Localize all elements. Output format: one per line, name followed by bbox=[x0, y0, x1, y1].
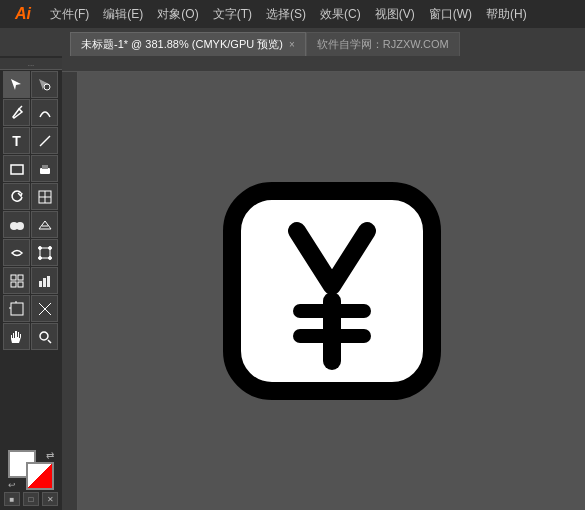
tab-inactive-label: 软件自学网：RJZXW.COM bbox=[317, 37, 449, 52]
tool-graph[interactable] bbox=[31, 267, 58, 294]
tab-active-label: 未标题-1* @ 381.88% (CMYK/GPU 预览) bbox=[81, 37, 283, 52]
menu-object[interactable]: 对象(O) bbox=[151, 2, 204, 26]
none-mode-button[interactable]: ✕ bbox=[42, 492, 58, 506]
menu-view[interactable]: 视图(V) bbox=[369, 2, 421, 26]
svg-rect-18 bbox=[11, 282, 16, 287]
svg-rect-4 bbox=[42, 165, 48, 169]
tool-free-transform[interactable] bbox=[31, 239, 58, 266]
tool-pen[interactable] bbox=[3, 99, 30, 126]
tool-row-3: T bbox=[3, 127, 59, 154]
color-section: ⇄ ↩ ■ □ ✕ bbox=[2, 446, 60, 508]
tab-close-button[interactable]: × bbox=[289, 39, 295, 50]
svg-point-13 bbox=[48, 246, 51, 249]
logo-text: Ai bbox=[15, 5, 31, 23]
tool-row-9 bbox=[3, 295, 59, 322]
tool-artboard[interactable] bbox=[3, 295, 30, 322]
menu-edit[interactable]: 编辑(E) bbox=[97, 2, 149, 26]
svg-line-1 bbox=[40, 136, 50, 146]
tool-type[interactable]: T bbox=[3, 127, 30, 154]
svg-point-28 bbox=[40, 332, 48, 340]
tool-row-10 bbox=[3, 323, 59, 350]
svg-point-9 bbox=[16, 222, 24, 230]
tool-warp[interactable] bbox=[3, 239, 30, 266]
svg-rect-16 bbox=[11, 275, 16, 280]
menu-select[interactable]: 选择(S) bbox=[260, 2, 312, 26]
svg-rect-20 bbox=[39, 281, 42, 287]
color-swatches[interactable]: ⇄ ↩ bbox=[8, 450, 54, 490]
tool-row-7 bbox=[3, 239, 59, 266]
svg-rect-11 bbox=[40, 248, 50, 258]
reset-colors-icon[interactable]: ↩ bbox=[8, 480, 16, 490]
menu-bar: Ai 文件(F) 编辑(E) 对象(O) 文字(T) 选择(S) 效果(C) 视… bbox=[0, 0, 585, 28]
svg-line-29 bbox=[48, 340, 51, 343]
canvas-artwork bbox=[222, 181, 442, 401]
svg-rect-2 bbox=[11, 165, 23, 174]
stroke-mode-button[interactable]: □ bbox=[23, 492, 39, 506]
tool-hand[interactable] bbox=[3, 323, 30, 350]
svg-rect-21 bbox=[43, 278, 46, 287]
tool-mesh[interactable] bbox=[31, 183, 58, 210]
tool-perspective[interactable] bbox=[31, 211, 58, 238]
tool-row-2 bbox=[3, 99, 59, 126]
tool-direct-selection[interactable] bbox=[31, 71, 58, 98]
tab-bar: 未标题-1* @ 381.88% (CMYK/GPU 预览) × 软件自学网：R… bbox=[0, 28, 585, 56]
swap-colors-icon[interactable]: ⇄ bbox=[46, 450, 54, 461]
tool-line[interactable] bbox=[31, 127, 58, 154]
ruler-top bbox=[62, 56, 585, 72]
ruler-left bbox=[62, 72, 78, 510]
toolbar: ... T bbox=[0, 56, 62, 510]
tool-selection[interactable] bbox=[3, 71, 30, 98]
tool-symbol[interactable] bbox=[3, 267, 30, 294]
menu-file[interactable]: 文件(F) bbox=[44, 2, 95, 26]
menu-window[interactable]: 窗口(W) bbox=[423, 2, 478, 26]
tool-row-5 bbox=[3, 183, 59, 210]
tool-row-4 bbox=[3, 155, 59, 182]
tool-slice[interactable] bbox=[31, 295, 58, 322]
tool-curvature[interactable] bbox=[31, 99, 58, 126]
tool-row-6 bbox=[3, 211, 59, 238]
menu-text[interactable]: 文字(T) bbox=[207, 2, 258, 26]
tool-row-1 bbox=[3, 71, 59, 98]
tool-rectangle[interactable] bbox=[3, 155, 30, 182]
svg-rect-19 bbox=[18, 282, 23, 287]
tool-shape-builder[interactable] bbox=[3, 211, 30, 238]
tool-row-8 bbox=[3, 267, 59, 294]
fill-mode-button[interactable]: ■ bbox=[4, 492, 20, 506]
svg-rect-17 bbox=[18, 275, 23, 280]
foreground-color-swatch[interactable] bbox=[26, 462, 54, 490]
svg-point-15 bbox=[48, 256, 51, 259]
svg-point-12 bbox=[38, 246, 41, 249]
tool-rotate[interactable] bbox=[3, 183, 30, 210]
svg-point-0 bbox=[44, 84, 50, 90]
svg-rect-22 bbox=[47, 276, 50, 287]
toolbar-ruler: ... bbox=[0, 58, 62, 70]
app-logo: Ai bbox=[8, 0, 38, 28]
menu-effect[interactable]: 效果(C) bbox=[314, 2, 367, 26]
tool-zoom[interactable] bbox=[31, 323, 58, 350]
menu-help[interactable]: 帮助(H) bbox=[480, 2, 533, 26]
svg-rect-23 bbox=[11, 303, 23, 315]
tab-inactive[interactable]: 软件自学网：RJZXW.COM bbox=[306, 32, 460, 56]
main-area: ... T bbox=[0, 56, 585, 510]
tab-active[interactable]: 未标题-1* @ 381.88% (CMYK/GPU 预览) × bbox=[70, 32, 306, 56]
canvas-area[interactable] bbox=[62, 56, 585, 510]
color-mode-row: ■ □ ✕ bbox=[4, 492, 58, 506]
tool-eraser[interactable] bbox=[31, 155, 58, 182]
svg-point-14 bbox=[38, 256, 41, 259]
